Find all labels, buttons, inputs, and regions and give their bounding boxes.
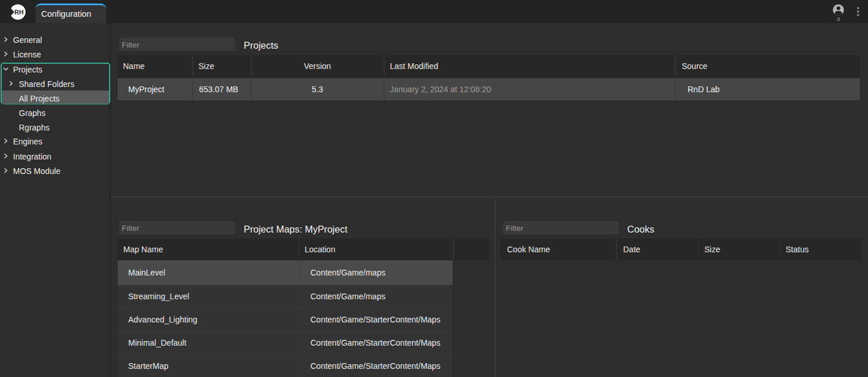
svg-text:RH: RH bbox=[15, 9, 24, 16]
